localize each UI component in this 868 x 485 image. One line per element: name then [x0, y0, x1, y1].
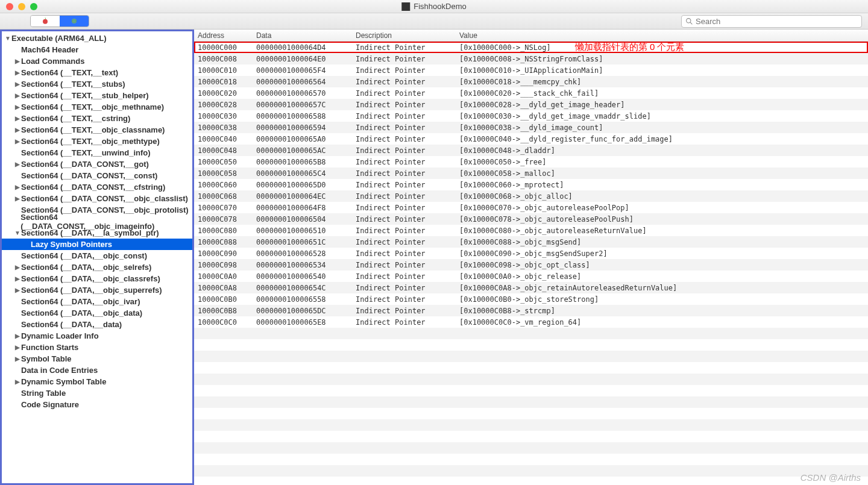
cell-address: 10000C078	[194, 215, 253, 224]
disclosure-icon[interactable]	[14, 104, 21, 110]
tree-root[interactable]: Executable (ARM64_ALL)	[2, 33, 192, 44]
table-row-empty	[194, 385, 868, 396]
table-row[interactable]: 10000C028000000010000657CIndirect Pointe…	[194, 99, 868, 110]
tree-item[interactable]: Section64 (__DATA,__objc_const)	[2, 250, 192, 261]
search-input[interactable]	[696, 17, 858, 26]
disclosure-icon[interactable]	[14, 138, 21, 145]
globe-icon	[69, 17, 79, 25]
table-row[interactable]: 10000C04000000001000065A0Indirect Pointe…	[194, 133, 868, 145]
search-field[interactable]	[681, 15, 862, 28]
table-row[interactable]: 10000C06800000001000064ECIndirect Pointe…	[194, 190, 868, 202]
tree-item[interactable]: Section64 (__DATA,__objc_superrefs)	[2, 284, 192, 296]
tree-item[interactable]: Section64 (__DATA,__data)	[2, 319, 192, 330]
disclosure-icon[interactable]	[14, 58, 21, 64]
table-row[interactable]: 10000C0B800000001000065DCIndirect Pointe…	[194, 305, 868, 316]
cell-data: 0000000100006504	[253, 215, 352, 224]
minimize-button[interactable]	[18, 3, 25, 10]
disclosure-icon[interactable]	[14, 127, 21, 133]
table-row[interactable]: 10000C0900000000100006528Indirect Pointe…	[194, 248, 868, 259]
tree-item[interactable]: Lazy Symbol Pointers	[2, 239, 192, 250]
disclosure-icon[interactable]	[14, 287, 21, 293]
table-row[interactable]: 10000C0A8000000010000654CIndirect Pointe…	[194, 282, 868, 293]
disclosure-icon[interactable]	[14, 115, 21, 122]
table-row[interactable]: 10000C0B00000000100006558Indirect Pointe…	[194, 293, 868, 305]
cell-address: 10000C0A8	[194, 284, 253, 292]
tree-item[interactable]: Mach64 Header	[2, 44, 192, 55]
disclosure-icon[interactable]	[14, 230, 21, 236]
tree-item[interactable]: Section64 (__DATA_CONST,__objc_classlist…	[2, 193, 192, 204]
disclosure-icon[interactable]	[14, 69, 21, 76]
th-data[interactable]: Data	[253, 31, 352, 40]
view-mode-raw[interactable]	[31, 16, 60, 27]
table-row[interactable]: 10000C00800000001000064E0Indirect Pointe…	[194, 53, 868, 64]
table-row[interactable]: 10000C0980000000100006534Indirect Pointe…	[194, 259, 868, 271]
table-row[interactable]: 10000C0380000000100006594Indirect Pointe…	[194, 122, 868, 133]
tree-item[interactable]: Section64 (__TEXT,__stub_helper)	[2, 90, 192, 101]
disclosure-icon[interactable]	[14, 161, 21, 167]
tree-item[interactable]: String Table	[2, 387, 192, 399]
disclosure-icon[interactable]	[14, 275, 21, 282]
disclosure-icon[interactable]	[14, 378, 21, 385]
table-row[interactable]: 10000C01000000001000065F4Indirect Pointe…	[194, 64, 868, 76]
disclosure-icon[interactable]	[14, 264, 21, 271]
tree-item[interactable]: Dynamic Loader Info	[2, 330, 192, 342]
tree-item[interactable]: Section64 (__TEXT,__objc_classname)	[2, 124, 192, 136]
table-row[interactable]: 10000C06000000001000065D0Indirect Pointe…	[194, 179, 868, 190]
tree-item[interactable]: Section64 (__DATA,__objc_classrefs)	[2, 273, 192, 284]
tree-item[interactable]: Function Starts	[2, 342, 192, 353]
disclosure-icon[interactable]	[4, 35, 11, 42]
tree-item[interactable]: Section64 (__DATA_CONST,__const)	[2, 170, 192, 181]
view-mode-segmented-control[interactable]	[30, 15, 89, 27]
th-address[interactable]: Address	[194, 31, 253, 40]
cell-data: 0000000100006594	[253, 124, 352, 132]
table-row[interactable]: 10000C0300000000100006588Indirect Pointe…	[194, 110, 868, 122]
tree-item[interactable]: Section64 (__TEXT,__text)	[2, 67, 192, 78]
tree-item[interactable]: Section64 (__TEXT,__stubs)	[2, 78, 192, 90]
cell-data: 00000001000065AC	[253, 146, 352, 155]
disclosure-icon[interactable]	[14, 195, 21, 202]
table-row[interactable]: 10000C0A00000000100006540Indirect Pointe…	[194, 271, 868, 282]
table-row[interactable]: 10000C00000000001000064D4Indirect Pointe…	[194, 42, 868, 53]
disclosure-icon[interactable]	[14, 81, 21, 87]
tree-item[interactable]: Symbol Table	[2, 353, 192, 365]
tree-item[interactable]: Section64 (__DATA_CONST,__got)	[2, 158, 192, 170]
table-row[interactable]: 10000C07000000001000064F8Indirect Pointe…	[194, 202, 868, 213]
view-mode-rva[interactable]	[60, 16, 89, 27]
disclosure-icon[interactable]	[14, 344, 21, 351]
table-row[interactable]: 10000C05800000001000065C4Indirect Pointe…	[194, 167, 868, 179]
disclosure-icon[interactable]	[14, 184, 21, 190]
cell-value: [0x10000C060->_mprotect]	[456, 181, 868, 189]
tree-item[interactable]: Section64 (__DATA_CONST,__objc_imageinfo…	[2, 216, 192, 227]
tree-item[interactable]: Section64 (__TEXT,__unwind_info)	[2, 147, 192, 158]
disclosure-icon[interactable]	[14, 92, 21, 99]
maximize-button[interactable]	[30, 3, 37, 10]
tree-item[interactable]: Section64 (__TEXT,__objc_methname)	[2, 101, 192, 113]
tree-item[interactable]: Data in Code Entries	[2, 365, 192, 376]
tree-item[interactable]: Code Signature	[2, 399, 192, 410]
tree-item[interactable]: Load Commands	[2, 55, 192, 67]
table-row[interactable]: 10000C04800000001000065ACIndirect Pointe…	[194, 145, 868, 156]
cell-value: [0x10000C0A8->_objc_retainAutoreleasedRe…	[456, 284, 868, 292]
th-value[interactable]: Value	[456, 31, 868, 40]
table-row[interactable]: 10000C05000000001000065B8Indirect Pointe…	[194, 156, 868, 167]
tree-item[interactable]: Section64 (__TEXT,__objc_methtype)	[2, 136, 192, 147]
tree-item[interactable]: Section64 (__DATA,__objc_data)	[2, 307, 192, 319]
sidebar-tree[interactable]: Executable (ARM64_ALL) Mach64 HeaderLoad…	[0, 30, 194, 485]
disclosure-icon[interactable]	[14, 333, 21, 339]
tree-item[interactable]: Dynamic Symbol Table	[2, 376, 192, 387]
table-row[interactable]: 10000C0180000000100006564Indirect Pointe…	[194, 76, 868, 87]
table-row[interactable]: 10000C0780000000100006504Indirect Pointe…	[194, 213, 868, 225]
table-row[interactable]: 10000C0800000000100006510Indirect Pointe…	[194, 225, 868, 236]
cell-address: 10000C008	[194, 55, 253, 63]
th-description[interactable]: Description	[352, 31, 456, 40]
cell-data: 00000001000065D0	[253, 181, 352, 189]
tree-item[interactable]: Section64 (__TEXT,__cstring)	[2, 113, 192, 124]
disclosure-icon[interactable]	[14, 355, 21, 362]
tree-item[interactable]: Section64 (__DATA,__objc_selrefs)	[2, 261, 192, 273]
tree-item[interactable]: Section64 (__DATA_CONST,__cfstring)	[2, 181, 192, 193]
close-button[interactable]	[6, 3, 13, 10]
table-row[interactable]: 10000C088000000010000651CIndirect Pointe…	[194, 236, 868, 248]
tree-item[interactable]: Section64 (__DATA,__objc_ivar)	[2, 296, 192, 307]
table-row[interactable]: 10000C0C000000001000065E8Indirect Pointe…	[194, 316, 868, 328]
table-row[interactable]: 10000C0200000000100006570Indirect Pointe…	[194, 87, 868, 99]
